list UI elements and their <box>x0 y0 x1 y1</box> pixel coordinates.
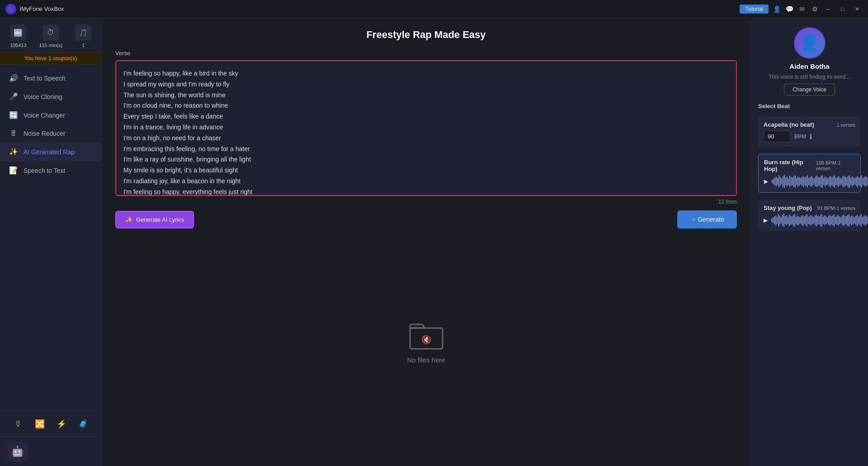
vch-label: Voice Changer <box>24 112 65 119</box>
sidebar-stats: 🔤 105413 ⏱ 115 min(s) 🎵 1 <box>0 18 101 53</box>
user-icon[interactable]: 👤 <box>772 5 781 14</box>
page-title: Freestyle Rap Made Easy <box>115 29 737 41</box>
rap-icon: ✨ <box>9 147 18 156</box>
voice-name: Aiden Botha <box>789 62 829 70</box>
vc-icon: 🎤 <box>9 92 18 101</box>
sidebar-bottom-icons: 🎙 🔀 ⚡ 🧳 <box>0 411 101 437</box>
generate-label: → Generate <box>690 216 724 223</box>
beat-meta-burn-rate: 109 BPM-1 verses <box>816 160 855 171</box>
lyrics-textarea[interactable]: I'm feeling so happy, like a bird in the… <box>115 60 737 196</box>
sidebar-chatbot[interactable]: 🤖 <box>0 437 101 466</box>
folder-icon: 🔇 <box>408 320 444 351</box>
waveform-row-burn-rate: ▶ <box>764 175 855 188</box>
titlebar-controls: Tutorial 👤 💬 ✉ ⚙ ─ □ ✕ <box>740 4 863 14</box>
coupon-bar: You have 1 coupon(s) <box>0 53 101 64</box>
info-icon[interactable]: ℹ <box>810 133 812 140</box>
sidebar-item-noise-reducer[interactable]: 🎚 Noise Reducer <box>0 124 101 143</box>
beat-name-stay-young: Stay young (Pop) <box>764 204 812 211</box>
sidebar-item-ai-generated-rap[interactable]: ✨ AI Generated Rap <box>0 143 101 161</box>
stat-minutes: ⏱ 115 min(s) <box>39 24 62 48</box>
beat-option-acapella[interactable]: Acapella (no beat) 1 verses BPM ℹ <box>758 117 861 147</box>
play-burn-rate-button[interactable]: ▶ <box>764 176 768 186</box>
characters-icon: 🔤 <box>10 24 26 41</box>
no-files-label: No files here <box>407 356 445 364</box>
beat-option-stay-young[interactable]: Stay young (Pop) 91 BPM-1 verses ▶ <box>758 200 861 231</box>
sidebar: 🔤 105413 ⏱ 115 min(s) 🎵 1 You have 1 cou… <box>0 18 102 466</box>
waveform-stay-young <box>771 214 868 227</box>
app-logo <box>5 4 16 14</box>
beat-meta-stay-young: 91 BPM-1 verses <box>817 205 855 211</box>
main-layout: 🔤 105413 ⏱ 115 min(s) 🎵 1 You have 1 cou… <box>0 18 868 466</box>
bpm-label: BPM <box>794 133 806 140</box>
play-stay-young-button[interactable]: ▶ <box>764 215 768 225</box>
avatar: 👤 <box>794 27 826 59</box>
no-files-area: 🔇 No files here <box>115 228 737 455</box>
action-row: ✨ Generate AI Lyrics → Generate <box>115 210 737 228</box>
titlebar: iMyFone VoxBox Tutorial 👤 💬 ✉ ⚙ ─ □ ✕ <box>0 0 868 18</box>
tts-icon: 🔊 <box>9 74 18 82</box>
sidebar-item-voice-cloning[interactable]: 🎤 Voice Cloning <box>0 87 101 106</box>
select-beat-label: Select Beat <box>758 103 861 109</box>
characters-value: 105413 <box>10 43 27 48</box>
record-icon[interactable]: 🎙 <box>11 417 25 431</box>
vc-label: Voice Cloning <box>24 93 62 100</box>
coupon-text: You have 1 coupon(s) <box>24 55 77 62</box>
discord-icon[interactable]: 💬 <box>785 5 794 14</box>
svg-text:🔇: 🔇 <box>421 335 432 345</box>
nr-icon: 🎚 <box>9 129 18 138</box>
sparkle-icon: ✨ <box>125 216 132 223</box>
generate-lyrics-button[interactable]: ✨ Generate AI Lyrics <box>115 211 194 228</box>
beat-name-acapella: Acapella (no beat) <box>764 121 814 128</box>
waveform-row-stay-young: ▶ <box>764 214 855 227</box>
waveform-burn-rate <box>772 175 868 188</box>
beat-name-burn-rate: Burn rate (Hip Hop) <box>764 159 816 172</box>
sidebar-item-text-to-speech[interactable]: 🔊 Text to Speech <box>0 69 101 87</box>
mail-icon[interactable]: ✉ <box>797 5 807 14</box>
voice-card: 👤 Aiden Botha This voice is still findin… <box>758 27 861 95</box>
minutes-icon: ⏱ <box>42 24 59 41</box>
generate-button[interactable]: → Generate <box>677 210 737 228</box>
minimize-button[interactable]: ─ <box>823 4 834 14</box>
sidebar-item-voice-changer[interactable]: 🔄 Voice Changer <box>0 106 101 124</box>
lines-count: 12 lines <box>115 199 737 205</box>
tutorial-button[interactable]: Tutorial <box>740 5 769 14</box>
beat-header-acapella: Acapella (no beat) 1 verses <box>764 121 855 128</box>
verse-label: Verse <box>115 50 737 57</box>
sidebar-nav: 🔊 Text to Speech 🎤 Voice Cloning 🔄 Voice… <box>0 64 101 411</box>
stt-label: Speech to Text <box>24 167 65 174</box>
beat-header-burn-rate: Burn rate (Hip Hop) 109 BPM-1 verses <box>764 159 855 172</box>
nr-label: Noise Reducer <box>24 130 66 137</box>
settings-icon[interactable]: ⚙ <box>810 5 819 14</box>
bag-icon[interactable]: 🧳 <box>76 417 90 431</box>
main-content: Freestyle Rap Made Easy Verse I'm feelin… <box>102 18 750 466</box>
maximize-button[interactable]: □ <box>837 4 848 14</box>
beat-header-stay-young: Stay young (Pop) 91 BPM-1 verses <box>764 204 855 211</box>
beat-option-burn-rate[interactable]: Burn rate (Hip Hop) 109 BPM-1 verses ▶ <box>758 154 861 193</box>
vch-icon: 🔄 <box>9 111 18 119</box>
bpm-row: BPM ℹ <box>764 131 855 142</box>
stat-files: 🎵 1 <box>75 24 91 48</box>
files-value: 1 <box>82 43 85 48</box>
stt-icon: 📝 <box>9 166 18 175</box>
right-panel: 👤 Aiden Botha This voice is still findin… <box>750 18 868 466</box>
voice-subtitle: This voice is still finding its word... <box>769 74 850 80</box>
sidebar-item-speech-to-text[interactable]: 📝 Speech to Text <box>0 161 101 180</box>
generate-lyrics-label: Generate AI Lyrics <box>136 216 184 223</box>
tts-label: Text to Speech <box>24 75 66 82</box>
rap-label: AI Generated Rap <box>24 148 75 156</box>
lightning-icon[interactable]: ⚡ <box>54 417 69 431</box>
beat-meta-acapella: 1 verses <box>836 122 855 128</box>
bpm-input[interactable] <box>764 131 791 142</box>
app-title: iMyFone VoxBox <box>20 5 740 12</box>
chatbot-icon: 🤖 <box>7 442 27 461</box>
files-icon: 🎵 <box>75 24 91 41</box>
close-button[interactable]: ✕ <box>852 4 863 14</box>
shuffle-icon[interactable]: 🔀 <box>33 417 47 431</box>
change-voice-button[interactable]: Change Voice <box>784 84 835 95</box>
stat-characters: 🔤 105413 <box>10 24 27 48</box>
minutes-value: 115 min(s) <box>39 43 62 48</box>
